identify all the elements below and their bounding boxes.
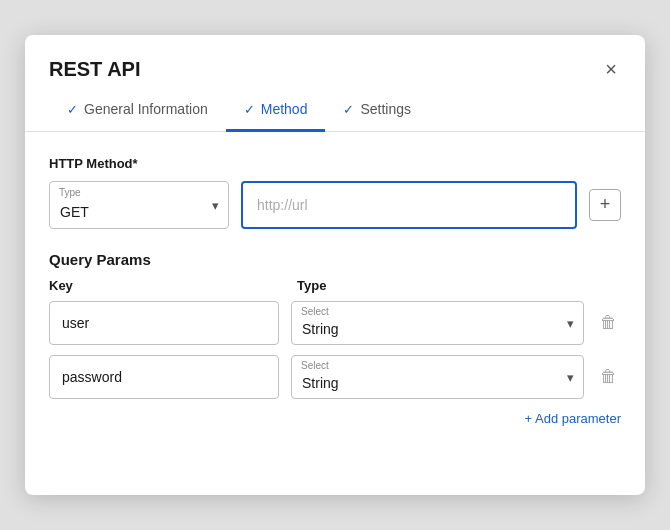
check-icon-method: ✓ (244, 102, 255, 117)
url-input[interactable] (241, 181, 577, 229)
params-header: Key Type (49, 278, 621, 293)
http-method-select-wrapper: Type GET POST PUT DELETE PATCH ▾ (49, 181, 229, 229)
url-input-wrapper (241, 181, 577, 229)
http-method-row: Type GET POST PUT DELETE PATCH ▾ + (49, 181, 621, 229)
param-type-select-2[interactable]: String Number Boolean (291, 355, 584, 399)
param-row-2: Select String Number Boolean ▾ 🗑 (49, 355, 621, 399)
http-method-select[interactable]: GET POST PUT DELETE PATCH (49, 181, 229, 229)
param-row-1: Select String Number Boolean ▾ 🗑 (49, 301, 621, 345)
dialog-title: REST API (49, 58, 141, 81)
param-type-wrapper-2: Select String Number Boolean ▾ (291, 355, 584, 399)
tab-general-information[interactable]: ✓ General Information (49, 91, 226, 132)
check-icon-general: ✓ (67, 102, 78, 117)
dialog-content: HTTP Method* Type GET POST PUT DELETE PA… (25, 132, 645, 446)
param-type-wrapper-1: Select String Number Boolean ▾ (291, 301, 584, 345)
tab-settings[interactable]: ✓ Settings (325, 91, 429, 132)
col-type-header: Type (297, 278, 326, 293)
param-key-input-1[interactable] (49, 301, 279, 345)
check-icon-settings: ✓ (343, 102, 354, 117)
col-key-header: Key (49, 278, 279, 293)
add-parameter-button[interactable]: + Add parameter (525, 411, 621, 426)
query-params-title: Query Params (49, 251, 621, 268)
dialog-header: REST API × (25, 35, 645, 83)
rest-api-dialog: REST API × ✓ General Information ✓ Metho… (25, 35, 645, 495)
tab-method[interactable]: ✓ Method (226, 91, 326, 132)
add-url-button[interactable]: + (589, 189, 621, 221)
close-button[interactable]: × (601, 55, 621, 83)
param-key-input-2[interactable] (49, 355, 279, 399)
delete-param-button-2[interactable]: 🗑 (596, 363, 621, 391)
param-type-select-1[interactable]: String Number Boolean (291, 301, 584, 345)
http-method-label: HTTP Method* (49, 156, 621, 171)
tab-bar: ✓ General Information ✓ Method ✓ Setting… (25, 91, 645, 132)
delete-param-button-1[interactable]: 🗑 (596, 309, 621, 337)
add-param-row: + Add parameter (49, 411, 621, 426)
